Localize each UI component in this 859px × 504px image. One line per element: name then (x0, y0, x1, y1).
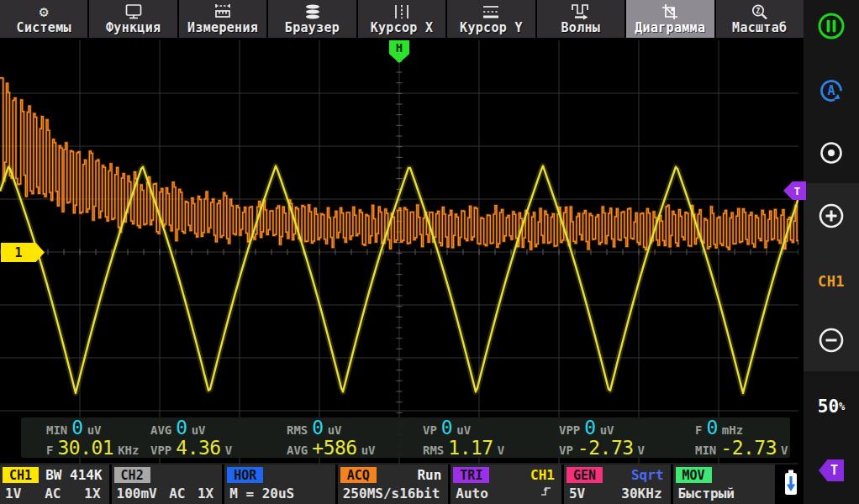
ch2-coupling: AC (169, 486, 185, 501)
meas-label: MIN (695, 440, 716, 460)
svg-text:Z: Z (756, 7, 760, 14)
trigger-mode: Auto (456, 486, 488, 501)
menu-item-browser[interactable]: Браузер (268, 0, 356, 38)
zoom-icon: Z (751, 3, 769, 20)
menu-label: Системы (17, 20, 71, 35)
gen-amplitude: 5V (569, 486, 585, 501)
minus-circle-icon (817, 326, 846, 358)
status-section-acquire[interactable]: ACQRun 250MS/s16bit (338, 465, 449, 504)
menu-item-scale[interactable]: Z Масштаб (716, 0, 804, 38)
pause-button[interactable] (816, 11, 846, 45)
meas-label: RMS (423, 440, 444, 460)
meas-value: 0 (71, 417, 82, 438)
meas-label: AVG (287, 440, 308, 460)
meas-unit: KHz (118, 440, 139, 460)
measurement-panel: MIN0uV F30.01KHz AVG0uV VPP4.36V RMS0uV … (21, 417, 790, 458)
meas-value: -2.73 (720, 438, 777, 458)
status-section-generator[interactable]: GENSqrt 5V30KHz (564, 465, 671, 504)
database-icon (303, 3, 322, 20)
run-state: Run (417, 467, 441, 483)
trigger-source: CH1 (530, 467, 555, 483)
menu-label: Браузер (285, 20, 340, 35)
gear-icon: ⚙ (40, 3, 49, 20)
mov-speed: Быстрый (678, 486, 735, 501)
rising-edge-icon (540, 485, 553, 501)
trigger-t-icon: T (819, 459, 844, 481)
meas-label: VP (559, 440, 573, 460)
ch1-coupling: AC (45, 486, 61, 501)
measurement-cell: VPP0uV VP-2.73V (559, 417, 695, 458)
zoom-in-button[interactable] (817, 202, 846, 234)
measurement-cell: MIN0uV F30.01KHz (46, 417, 150, 458)
tri-badge: TRI (453, 467, 489, 483)
meas-value: +586 (312, 438, 356, 458)
waves-icon (571, 3, 591, 20)
menu-item-diagram[interactable]: Диаграмма (626, 0, 714, 38)
auto-icon: A (816, 76, 846, 109)
menu-item-waves[interactable]: Волны (537, 0, 624, 38)
zoom-percentage[interactable]: 50% (818, 396, 846, 417)
circle-dot-icon (818, 139, 845, 170)
timebase-value: M = 20uS (229, 486, 294, 501)
sidebar-channel-select[interactable]: CH1 (818, 273, 845, 290)
scope-display[interactable]: H T 1 MIN0uV F30.01KHz AVG0uV VPP4.36V R… (0, 40, 798, 465)
meas-value: -2.73 (577, 438, 634, 458)
mov-badge: MOV (676, 467, 712, 483)
ch1-marker-label: 1 (14, 245, 22, 260)
crop-icon (661, 3, 679, 20)
meas-value: 0 (441, 417, 452, 438)
plus-circle-icon (817, 202, 846, 234)
meas-unit: V (498, 440, 504, 460)
cursor-x-icon (393, 3, 411, 20)
meas-unit: V (638, 440, 645, 460)
t-marker-label: T (794, 185, 801, 197)
right-sidebar: A CH1 50% T (804, 0, 859, 504)
menu-item-cursor-x[interactable]: Курсор X (358, 0, 445, 38)
menu-label: Функция (106, 20, 161, 35)
menu-label: Курсор X (371, 20, 434, 35)
status-section-horizontal[interactable]: HOR M = 20uS (224, 465, 335, 504)
ch1-zero-marker[interactable]: 1 (1, 243, 45, 262)
gen-waveform: Sqrt (631, 467, 664, 483)
measurement-cell: RMS0uV AVG+586uV (287, 417, 423, 458)
cursor-y-icon (482, 3, 500, 20)
waveform-plot (0, 40, 798, 465)
acq-badge: ACQ (340, 467, 377, 483)
sample-rate: 250MS/s (343, 486, 399, 501)
menu-item-systems[interactable]: ⚙ Системы (0, 0, 87, 38)
ch2-scale: 100mV (117, 486, 157, 501)
gen-badge: GEN (567, 467, 603, 483)
auto-setup-button[interactable]: A (816, 76, 846, 109)
zoom-level-value: 50 (818, 396, 839, 417)
gen-frequency: 30KHz (621, 486, 661, 501)
meas-label: F (46, 440, 53, 460)
menu-label: Волны (561, 20, 601, 35)
status-section-ch1[interactable]: CH1BW 414K 1VAC1X (0, 465, 109, 504)
status-section-move[interactable]: MOV Быстрый (673, 465, 776, 504)
meas-value: 0 (312, 417, 323, 438)
status-section-trigger[interactable]: TRICH1 Auto (451, 465, 561, 504)
bit-depth: 16bit (399, 486, 440, 501)
meas-label: VPP (150, 440, 171, 460)
sidebar-trigger-button[interactable]: T (819, 459, 844, 481)
ch1-badge: CH1 (3, 467, 39, 483)
menu-item-function[interactable]: Функция (89, 0, 177, 38)
ch1-probe: 1X (84, 486, 100, 501)
zoom-out-button[interactable] (817, 326, 846, 358)
status-section-ch2[interactable]: CH2 100mVAC1X (112, 465, 223, 504)
ruler-icon (213, 3, 232, 20)
measurement-cell: F0mHz MIN-2.73V (695, 417, 790, 458)
ch2-probe: 1X (198, 486, 213, 501)
svg-text:A: A (827, 83, 835, 98)
zoom-level-unit: % (839, 401, 845, 412)
measurement-cell: VP0uV RMS1.17V (423, 417, 559, 458)
menu-item-cursor-y[interactable]: Курсор Y (447, 0, 535, 38)
menu-item-measurements[interactable]: Измерения (179, 0, 266, 38)
meas-value: 0 (706, 417, 717, 438)
point-select-button[interactable] (818, 139, 845, 170)
meas-value: 30.01 (57, 438, 113, 458)
battery-zone (777, 465, 804, 504)
menu-label: Измерения (187, 20, 258, 35)
trigger-t-label: T (830, 463, 838, 478)
monitor-icon (124, 3, 143, 20)
